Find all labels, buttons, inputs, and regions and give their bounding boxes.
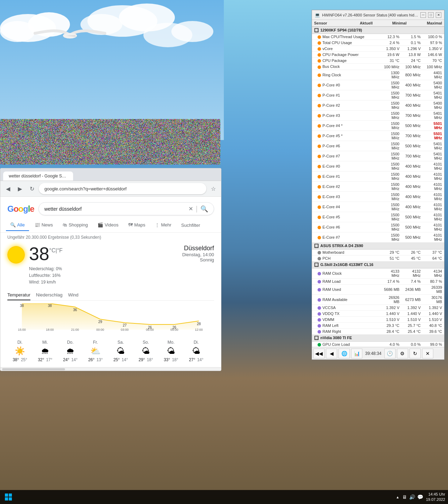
sensor-current: 1500 MHz (380, 161, 401, 171)
sensor-max: 4101 MHz (423, 181, 444, 191)
sensor-min: 7.4 % (401, 278, 423, 284)
sensor-label: Motherboard (322, 250, 344, 254)
taskbar-time-area[interactable]: 14:45 Uhr 19.07.2022 (426, 492, 445, 503)
sensor-max: 40.8 °C (423, 323, 444, 329)
network-icon[interactable]: 🖥 (402, 494, 407, 500)
svg-text:28: 28 (197, 322, 201, 326)
back-button[interactable]: ◀ (3, 184, 13, 194)
toolbar-back-back[interactable]: ◀◀ (313, 349, 325, 358)
svg-text:00:00: 00:00 (96, 328, 104, 331)
sensor-label: P-Core #4 * (322, 124, 342, 128)
svg-rect-28 (5, 497, 8, 500)
hwinfo-toolbar: ◀◀ ◀ 🌐 📊 39:48:34 🕐 ⚙ ↻ ✕ (312, 347, 444, 359)
svg-point-8 (171, 21, 213, 42)
weather-tab-niederschlag[interactable]: Niederschlag (36, 290, 63, 300)
table-row: E-Core #51500 MHz500 MHz4101 MHz (312, 212, 444, 222)
section-header-3: 🔲nVidia 3080 TI FE (312, 335, 444, 342)
filter-news[interactable]: 📰 News (30, 219, 57, 231)
forward-button[interactable]: ▶ (15, 184, 25, 194)
address-bar[interactable] (39, 183, 206, 194)
sensor-current: 1500 MHz (380, 202, 401, 212)
toolbar-refresh[interactable]: ↻ (410, 349, 421, 358)
sensor-max: 1.350 V (423, 46, 444, 52)
section-icon: 🔲 (314, 28, 319, 32)
sensor-dot-icon (318, 288, 321, 292)
restore-button[interactable]: □ (428, 12, 434, 18)
svg-text:18:00: 18:00 (46, 328, 54, 331)
filter-alle[interactable]: 🔍 Alle (6, 219, 29, 231)
toolbar-clock[interactable]: 🕐 (384, 349, 396, 358)
section-name: 12900KF SP94 (102/78) (320, 28, 362, 32)
svg-text:29: 29 (98, 320, 102, 324)
sensor-dot-icon (318, 165, 321, 168)
sensor-label: P-Core #1 (322, 93, 340, 97)
sensor-min: 500 MHz (401, 212, 423, 222)
bookmark-button[interactable]: ☆ (208, 184, 218, 194)
google-page: Google ✕ | 🔍 🔍 Alle 📰 News 🛍 Shopping (0, 197, 221, 367)
table-row: Bus Clock100 MHz100 MHz100 MHz (312, 64, 444, 70)
weather-tab-temperatur[interactable]: Temperatur (7, 290, 30, 300)
search-box[interactable]: ✕ | 🔍 (38, 202, 214, 215)
close-button[interactable]: ✕ (436, 12, 441, 18)
tab-title: wetter düsseldorf - Google Suche (9, 174, 71, 178)
sensor-dot-icon (318, 59, 321, 63)
search-clear-icon[interactable]: ✕ (189, 205, 193, 212)
start-button[interactable] (1, 490, 15, 504)
weather-chart-area: 38 38 36 29 27 26 26 28 15:00 18:00 21:0… (7, 301, 214, 336)
table-row: GPU Core Load4.0 %0.0 %99.0 % (312, 342, 444, 347)
filter-videos[interactable]: 🎬 Videos (93, 219, 123, 231)
sensor-dot-icon (318, 318, 321, 322)
sensor-label: P-Core #7 (322, 154, 340, 158)
volume-icon[interactable]: 🔊 (409, 494, 415, 500)
filter-videos-label: Videos (105, 222, 119, 227)
table-row: P-Core #4 *1500 MHz500 MHz5501 MHz (312, 120, 444, 131)
hwinfo-content[interactable]: 🔲12900KF SP94 (102/78)Max CPU/Thread Usa… (312, 27, 444, 347)
svg-text:36: 36 (73, 308, 77, 312)
taskbar-right: ▲ 🖥 🔊 💬 14:45 Uhr 19.07.2022 (393, 492, 448, 503)
notification-icon[interactable]: 💬 (417, 494, 423, 500)
sensor-dot-icon (318, 324, 321, 328)
toolbar-chart[interactable]: 📊 (351, 349, 362, 358)
table-row: P-Core #21500 MHz400 MHz5400 MHz (312, 100, 444, 110)
sensor-current: 28.4 °C (380, 329, 401, 335)
refresh-button[interactable]: ↻ (27, 184, 37, 194)
toolbar-net[interactable]: 🌐 (339, 349, 350, 358)
browser-hscroll[interactable] (0, 367, 221, 371)
hwinfo-app-icon: 💻 (315, 13, 320, 18)
weather-wind: Wind: 19 km/h (29, 279, 63, 286)
hwinfo-window: 💻 HWiNFO64 v7.26-4800 Sensor Status [400… (312, 10, 445, 360)
minimize-button[interactable]: ─ (420, 12, 426, 18)
weather-widget: 38 °C|°F Niederschlag: 0% Luftfeuchte: 1… (0, 242, 221, 366)
col-maximal: Maximal (408, 20, 444, 27)
sensor-min: 13.8 W (401, 52, 423, 58)
search-input[interactable] (44, 206, 186, 212)
taskbar-arrow-icon[interactable]: ▲ (396, 495, 399, 499)
sensor-label: CPU Package (322, 58, 347, 63)
toolbar-settings[interactable]: ⚙ (397, 349, 408, 358)
search-submit-icon[interactable]: 🔍 (200, 205, 208, 213)
sensor-label: E-Core #0 (322, 164, 340, 168)
toolbar-back[interactable]: ◀ (326, 349, 337, 358)
filter-shopping[interactable]: 🛍 Shopping (58, 219, 92, 231)
sensor-min: 24 °C (401, 58, 423, 64)
weather-luftfeuchte: Luftfeuchte: 16% (29, 272, 63, 279)
sensor-max: 4134 MHz (423, 268, 444, 278)
toolbar-close[interactable]: ✕ (422, 349, 433, 358)
sensor-current: 1500 MHz (380, 110, 401, 120)
section-header-2: 🔲G.Skill 2x16GB 4133MT CL16 (312, 261, 444, 268)
filter-maps[interactable]: 🗺 Maps (124, 219, 150, 231)
sensor-dot-icon (318, 104, 321, 107)
browser-hscroll-thumb[interactable] (2, 368, 65, 370)
table-row: E-Core #31500 MHz400 MHz4101 MHz (312, 191, 444, 202)
sensor-max: 5401 MHz (423, 90, 444, 100)
svg-text:03:00: 03:00 (121, 328, 129, 331)
weather-temp-row: 38 °C|°F (29, 245, 63, 263)
weather-tab-wind[interactable]: Wind (68, 290, 79, 300)
filter-maps-label: Maps (134, 222, 145, 227)
windows-logo-icon (5, 493, 12, 500)
sensor-current: 29 °C (380, 249, 401, 255)
suchfilter-button[interactable]: Suchfilter (177, 220, 204, 231)
results-count: Ungefähr 20.300.000 Ergebnisse (0,33 Sek… (7, 235, 101, 240)
browser-tab[interactable]: wetter düsseldorf - Google Suche (3, 172, 73, 181)
filter-mehr[interactable]: ⋮ Mehr (151, 219, 176, 231)
